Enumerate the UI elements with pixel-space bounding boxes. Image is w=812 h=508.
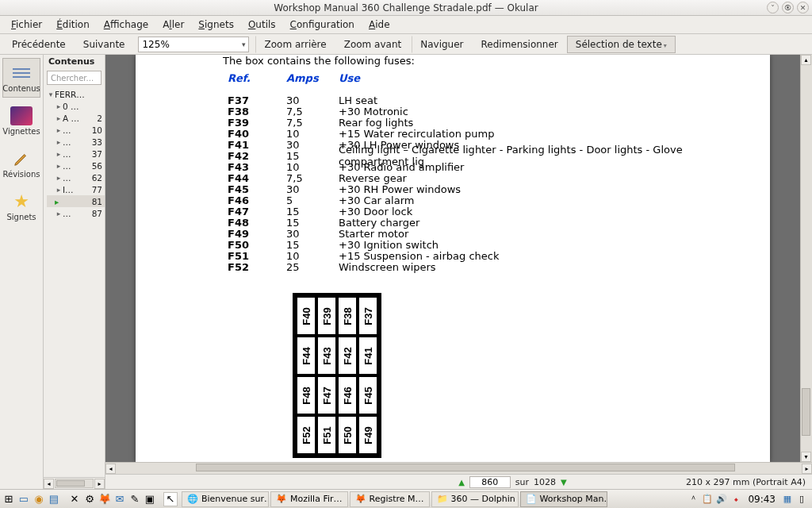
contents-icon (10, 64, 33, 83)
tray-clipboard-icon[interactable]: 📋 (702, 494, 713, 505)
tree-item[interactable]: ▸…87 (47, 207, 105, 219)
scroll-left-icon[interactable]: ◂ (44, 479, 54, 489)
fuse-row: F4010+15 Water recirculation pump (228, 128, 751, 139)
tree-item[interactable]: ▸I…77 (47, 183, 105, 195)
page-number-input[interactable] (469, 476, 511, 488)
menu-bookmarks[interactable]: Signets (192, 17, 240, 33)
page-up-icon[interactable]: ▲ (458, 478, 465, 487)
taskbar-window-button[interactable]: 🦊Mozilla Fir… (270, 491, 348, 507)
taskbar-label: Mozilla Fir… (290, 494, 343, 504)
document-viewport[interactable]: The box contains the following fuses: Re… (105, 55, 812, 462)
tray-notify-icon[interactable]: ⬥ (730, 494, 741, 505)
fuse-cell: F47 (316, 375, 337, 415)
menu-view[interactable]: Affichage (98, 17, 155, 33)
tree-item[interactable]: ▸…33 (47, 136, 105, 148)
horizontal-scrollbar[interactable]: ◂ ▸ (105, 462, 812, 474)
sidebar-tab-label: Vignettes (2, 127, 40, 136)
pencil-icon (10, 149, 33, 168)
taskbar-window-button[interactable]: 📁360 — Dolphin (431, 491, 519, 507)
tree-item[interactable]: ▸81 (47, 195, 105, 207)
fuse-row: F387,5+30 Motronic (228, 106, 751, 117)
scroll-thumb[interactable] (56, 480, 85, 487)
sidebar-tab-bookmarks[interactable]: ★ Signets (2, 187, 40, 226)
tree-item[interactable]: ▸0 … (47, 100, 105, 112)
tray-chevron-icon[interactable]: ＾ (688, 494, 699, 505)
scroll-down-icon[interactable]: ▾ (801, 452, 811, 462)
page-down-icon[interactable]: ▼ (561, 478, 567, 487)
fuse-row: F5110+15 Suspension - airbag check (228, 250, 751, 261)
fuse-cell: F50 (337, 415, 358, 455)
zoom-select[interactable]: 125% ▾ (138, 37, 249, 52)
menu-tools[interactable]: Outils (242, 17, 282, 33)
sidebar-tab-contents[interactable]: Contenus (2, 58, 40, 98)
menu-edit[interactable]: Édition (50, 17, 96, 33)
contents-hscrollbar[interactable]: ◂ ▸ (44, 477, 105, 489)
scroll-up-icon[interactable]: ▴ (801, 55, 811, 65)
menubar: FFichierichier Édition Affichage Aller S… (0, 16, 812, 34)
cursor-icon[interactable]: ↖ (163, 492, 178, 506)
resize-tool-button[interactable]: Redimensionner (473, 36, 567, 53)
scroll-thumb[interactable] (802, 388, 810, 436)
taskbar-window-button[interactable]: 🌐Bienvenue sur… (182, 491, 269, 507)
browse-tool-button[interactable]: Naviguer (412, 36, 472, 53)
sidebar-tab-label: Contenus (2, 84, 40, 93)
contents-search-input[interactable]: Chercher... (47, 71, 102, 85)
tree-item[interactable]: ▸A … 2 (47, 112, 105, 124)
mail-icon[interactable]: ✉ (113, 492, 127, 506)
menu-go[interactable]: Aller (156, 17, 190, 33)
fuse-cell: F51 (316, 415, 337, 455)
menu-config[interactable]: Configuration (284, 17, 361, 33)
files-icon[interactable]: ▤ (47, 492, 61, 506)
menu-help[interactable]: Aide (362, 17, 396, 33)
tray-volume-icon[interactable]: 🔊 (716, 494, 727, 505)
tree-item[interactable]: ▸…10 (47, 124, 105, 136)
scroll-right-icon[interactable]: ▸ (802, 464, 812, 474)
taskbar: ⊞ ▭ ◉ ▤ ✕ ⚙ 🦊 ✉ ✎ ▣ ↖ 🌐Bienvenue sur…🦊Mo… (0, 489, 812, 508)
zoom-in-button[interactable]: Zoom avant (335, 36, 411, 53)
settings-icon[interactable]: ⚙ (82, 492, 97, 506)
fuse-row: F4310+30 Radio and amplifier (228, 161, 751, 172)
zoom-out-button[interactable]: Zoom arrière (255, 36, 335, 53)
scroll-left-icon[interactable]: ◂ (105, 464, 116, 474)
activity-icon[interactable]: ◉ (32, 492, 46, 506)
tree-item[interactable]: ▸…37 (47, 148, 105, 160)
desktop-icon[interactable]: ▭ (17, 492, 31, 506)
sidebar-tab-label: Signets (6, 213, 36, 221)
tree-root[interactable]: ▾FERR… (47, 88, 105, 100)
taskbar-window-button[interactable]: 📄Workshop Man… (520, 491, 607, 507)
tool-icon[interactable]: ✕ (67, 492, 82, 506)
app-icon: 🦊 (276, 494, 287, 505)
editor-icon[interactable]: ✎ (128, 492, 142, 506)
sidebar-tab-reviews[interactable]: Révisions (2, 144, 40, 183)
fuse-cell: F45 (358, 375, 378, 415)
tree-item[interactable]: ▸…56 (47, 160, 105, 171)
sidebar-tab-thumbnails[interactable]: Vignettes (2, 101, 40, 140)
start-menu-icon[interactable]: ⊞ (2, 492, 16, 506)
titlebar: Workshop Manual 360 Challenge Stradale.p… (0, 0, 812, 16)
next-page-button[interactable]: Suivante (75, 36, 134, 53)
menu-file[interactable]: FFichierichier (5, 17, 48, 33)
app-icon: 📄 (526, 494, 537, 505)
maximize-button[interactable]: ⦿ (782, 2, 794, 13)
scroll-right-icon[interactable]: ▸ (94, 479, 105, 489)
prev-page-button[interactable]: Précédente (3, 36, 75, 53)
clock[interactable]: 09:43 (745, 494, 779, 505)
toolbar: Précédente Suivante 125% ▾ Zoom arrière … (0, 34, 812, 55)
vertical-scrollbar[interactable]: ▴ ▾ (800, 55, 812, 462)
tray-lock-icon[interactable]: ▦ (782, 494, 793, 505)
tree-item[interactable]: ▸…62 (47, 171, 105, 183)
terminal-icon[interactable]: ▣ (143, 492, 157, 506)
fuse-cell: F43 (316, 336, 337, 375)
page-sep: sur (515, 477, 529, 487)
fuse-layout-diagram: F40F39F38F37F44F43F42F41F48F47F46F45F52F… (293, 293, 381, 458)
minimize-button[interactable]: ˅ (767, 2, 779, 13)
tray-more-icon[interactable]: ▯ (796, 494, 807, 505)
taskbar-window-button[interactable]: 🦊Registre M… (350, 491, 430, 507)
fuse-cell: F49 (358, 415, 378, 455)
contents-tree[interactable]: ▾FERR…▸0 …▸A … 2▸…10▸…33▸…37▸…56▸…62▸I…7… (44, 87, 105, 477)
text-selection-tool-button[interactable]: Sélection de texte▾ (567, 36, 676, 53)
fuse-cell: F39 (316, 296, 337, 336)
scroll-thumb[interactable] (196, 464, 735, 471)
close-button[interactable]: ✕ (797, 2, 809, 13)
firefox-icon[interactable]: 🦊 (98, 492, 112, 506)
